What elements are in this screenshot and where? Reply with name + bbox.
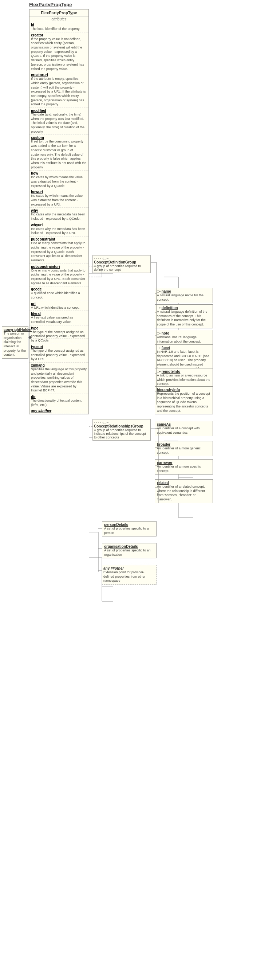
field-type: type The type of the concept assigned as… xyxy=(30,325,89,344)
field-typeuri: typeuri The type of the concept assigned… xyxy=(30,344,89,363)
field-creator: creator If the property value is not def… xyxy=(30,32,89,73)
field-qcode: qcode A qualified code which identifies … xyxy=(30,286,89,301)
field-uri: uri A URL which identifies a concept. xyxy=(30,301,89,311)
field-how: how Indicates by which means the value w… xyxy=(30,170,89,189)
attributes-section: attributes xyxy=(30,16,89,22)
concept-relationships-group-box: - - - - 0...∞ ConceptRelationshipsGroup … xyxy=(92,419,151,441)
right-hierarchyinfo: hierarchyInfo Represents the position of… xyxy=(155,386,213,414)
main-box: FlexPartyPropType attributes id The loca… xyxy=(29,9,89,414)
right-name: □+ name A natural language name for the … xyxy=(155,288,213,303)
right-persondetails: personDetails A set of properties specif… xyxy=(102,521,157,536)
right-related: related An identifier of a related conce… xyxy=(155,479,213,503)
crg-connector-dots: - - - - xyxy=(94,421,101,424)
diagram-container: FlexPartyPropType FlexPartyPropType attr… xyxy=(0,0,253,980)
right-any-other: any ##other Extension point for provider… xyxy=(102,565,157,585)
field-pubconstrainturi: pubconstrainturi One or many constraints… xyxy=(30,264,89,287)
concept-definition-group-box: - - - - 0...∞ ConceptDefinitionGroup A g… xyxy=(92,255,151,273)
diamond-connector: ◆ xyxy=(28,334,32,340)
field-any-other: any ##other xyxy=(30,408,89,414)
right-narrower: narrower An identifier of a more specifi… xyxy=(155,459,213,474)
field-dir: dir The directionality of textual conten… xyxy=(30,394,89,408)
field-howuri: howuri Indicates by which means the valu… xyxy=(30,189,89,208)
right-definition: □+ definition A natural language definit… xyxy=(155,304,213,328)
crg-title: ConceptRelationshipsGroup xyxy=(94,424,149,428)
field-why: why Indicates why the metadata has been … xyxy=(30,208,89,222)
left-copyright-holder: copyrightHolder The person or organisati… xyxy=(2,326,28,359)
right-note: □+ note Additional natural language info… xyxy=(155,330,213,345)
field-creatoruri: creatoruri If the attribute is empty, sp… xyxy=(30,72,89,108)
crg-desc: A group of properties required to indica… xyxy=(94,428,149,439)
cdg-desc: A group of properties required to define… xyxy=(94,264,149,272)
diagram-title: FlexPartyPropType xyxy=(29,2,72,7)
field-id: id The local identifier of the property. xyxy=(30,22,89,32)
right-sameas: sameAs An identifier of a concept with e… xyxy=(155,421,213,436)
main-box-title: FlexPartyPropType xyxy=(30,10,89,16)
field-literal: literal A free-text value assigned as co… xyxy=(30,311,89,325)
right-remoteinfo: □+ remoteInfo A link to an item or a web… xyxy=(155,368,213,388)
right-organisationdetails: organisationDetails A set of properties … xyxy=(102,543,157,558)
field-modified: modified The date (and, optionally, the … xyxy=(30,108,89,135)
field-xmllang: xmllang Specifies the language of this p… xyxy=(30,363,89,394)
right-broader: broader An identifier of a more generic … xyxy=(155,441,213,456)
cdg-connector-dots: - - - - xyxy=(94,256,101,260)
cdg-title: ConceptDefinitionGroup xyxy=(94,260,149,264)
field-pubconstraint: pubconstraint One or many constraints th… xyxy=(30,237,89,264)
field-whyuri: whyuri Indicates why the metadata has be… xyxy=(30,222,89,237)
field-custom: custom If set to true the consuming prop… xyxy=(30,135,89,170)
